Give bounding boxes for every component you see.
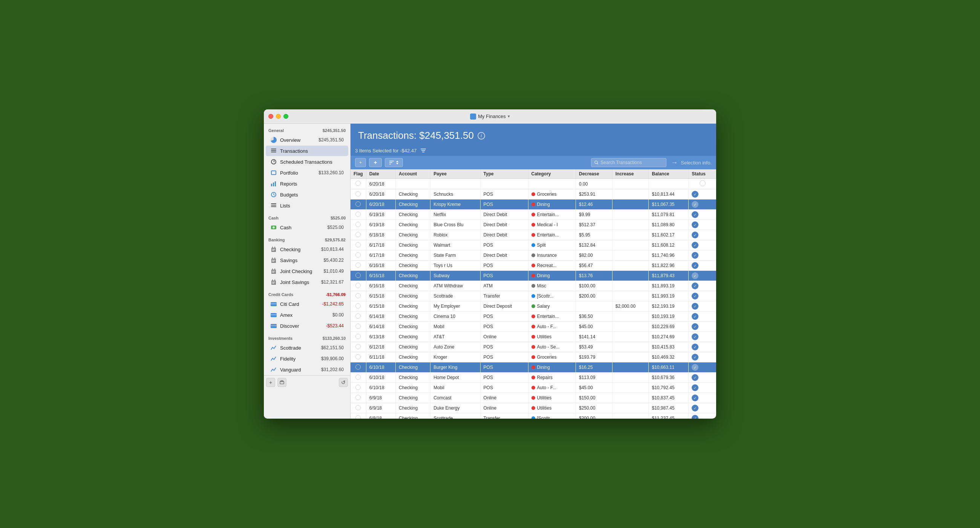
flag-button[interactable] — [355, 293, 361, 298]
flag-button[interactable] — [355, 212, 361, 217]
close-button[interactable] — [268, 114, 273, 119]
status-cell[interactable]: ✓ — [689, 210, 716, 220]
status-cell[interactable]: ✓ — [689, 291, 716, 301]
table-row[interactable]: 6/19/18CheckingNetflixDirect DebitEntert… — [350, 210, 716, 220]
sidebar-item-reports[interactable]: Reports — [266, 179, 348, 189]
status-check-icon[interactable]: ✓ — [692, 405, 698, 412]
sidebar-item-discover[interactable]: Discover -$523.44 — [266, 321, 348, 331]
table-row[interactable]: 6/8/18CheckingScottradeTransfer[Scottr..… — [350, 413, 716, 419]
status-check-icon[interactable]: ✓ — [692, 364, 698, 371]
col-status[interactable]: Status — [689, 169, 716, 179]
table-row[interactable]: 6/16/18CheckingSubwayPOSDining$13.76$11,… — [350, 271, 716, 281]
status-cell[interactable]: ✓ — [689, 383, 716, 393]
status-check-icon[interactable]: ✓ — [692, 323, 698, 330]
flag-button[interactable] — [355, 232, 361, 237]
col-increase[interactable]: Increase — [612, 169, 649, 179]
status-cell[interactable]: ✓ — [689, 413, 716, 419]
status-cell[interactable]: ✓ — [689, 220, 716, 230]
flag-button[interactable] — [355, 273, 361, 278]
status-check-icon[interactable]: ✓ — [692, 201, 698, 208]
table-row[interactable]: 6/9/18CheckingComcastOnlineUtilities$150… — [350, 393, 716, 403]
table-row[interactable]: 6/10/18CheckingHome DepotPOSRepairs$113.… — [350, 373, 716, 383]
status-check-icon[interactable]: ✓ — [692, 384, 698, 391]
status-cell[interactable]: ✓ — [689, 362, 716, 373]
sidebar-item-scheduled[interactable]: Scheduled Transactions — [266, 156, 348, 167]
sidebar-item-amex[interactable]: Amex $0.00 — [266, 309, 348, 320]
table-row[interactable]: 6/14/18CheckingMobilPOSAuto - F...$45.00… — [350, 322, 716, 332]
flag-button[interactable] — [355, 375, 361, 380]
status-check-icon[interactable]: ✓ — [692, 211, 698, 218]
status-cell[interactable]: ✓ — [689, 271, 716, 281]
table-row[interactable]: 6/14/18CheckingCinema 10POSEntertain...$… — [350, 311, 716, 322]
col-date[interactable]: Date — [366, 169, 395, 179]
status-check-icon[interactable]: ✓ — [692, 344, 698, 350]
col-category[interactable]: Category — [528, 169, 576, 179]
table-row[interactable]: 6/17/18CheckingWalmartPOSSplit$132.84$11… — [350, 240, 716, 250]
flag-button[interactable] — [355, 201, 361, 207]
table-row[interactable]: 6/10/18CheckingBurger KingPOSDining$16.2… — [350, 362, 716, 373]
sidebar-item-overview[interactable]: Overview $245,351.50 — [266, 135, 348, 145]
table-row[interactable]: 6/20/18CheckingKrispy KremePOSDining$12.… — [350, 199, 716, 210]
minimize-button[interactable] — [276, 114, 281, 119]
status-check-icon[interactable]: ✓ — [692, 252, 698, 259]
flag-button[interactable] — [355, 181, 361, 186]
sidebar-item-budgets[interactable]: Budgets — [266, 189, 348, 200]
status-cell[interactable]: ✓ — [689, 199, 716, 210]
status-cell[interactable]: ✓ — [689, 373, 716, 383]
table-row[interactable]: 6/16/18CheckingToys r UsPOSRecreat...$56… — [350, 261, 716, 271]
search-input[interactable] — [600, 160, 663, 165]
status-cell[interactable]: ✓ — [689, 352, 716, 362]
status-cell[interactable]: ✓ — [689, 230, 716, 240]
table-row[interactable]: 6/13/18CheckingAT&TOnlineUtilities$141.1… — [350, 332, 716, 342]
info-icon[interactable]: i — [477, 132, 485, 140]
table-row[interactable]: 6/9/18CheckingDuke EnergyOnlineUtilities… — [350, 403, 716, 413]
table-row[interactable]: 6/19/18CheckingBlue Cross BluDirect Debi… — [350, 220, 716, 230]
status-check-icon[interactable]: ✓ — [692, 222, 698, 228]
flag-button[interactable] — [355, 283, 361, 288]
flag-button[interactable] — [355, 324, 361, 329]
sidebar-item-scottrade[interactable]: Scottrade $62,151.50 — [266, 343, 348, 353]
status-cell[interactable]: ✓ — [689, 240, 716, 250]
status-check-icon[interactable]: ✓ — [692, 303, 698, 309]
col-decrease[interactable]: Decrease — [576, 169, 612, 179]
status-cell[interactable]: ✓ — [689, 332, 716, 342]
status-check-icon[interactable]: ✓ — [692, 394, 698, 401]
flag-button[interactable] — [355, 313, 361, 319]
flag-button[interactable] — [355, 364, 361, 370]
search-box[interactable] — [591, 158, 667, 167]
col-payee[interactable]: Payee — [430, 169, 480, 179]
flag-button[interactable] — [355, 191, 361, 196]
status-check-icon[interactable]: ✓ — [692, 191, 698, 198]
sidebar-item-savings[interactable]: Savings $5,430.22 — [266, 255, 348, 265]
table-row[interactable]: 6/10/18CheckingMobilPOSAuto - F...$45.00… — [350, 383, 716, 393]
add-transaction-button[interactable]: + — [355, 158, 366, 167]
status-check-icon[interactable]: ✓ — [692, 415, 698, 419]
col-type[interactable]: Type — [480, 169, 528, 179]
status-check-icon[interactable]: ✓ — [692, 374, 698, 381]
status-check-icon[interactable]: ✓ — [692, 313, 698, 320]
flag-button[interactable] — [355, 334, 361, 339]
sidebar-item-citi[interactable]: Citi Card -$1,242.65 — [266, 299, 348, 309]
status-cell[interactable]: ✓ — [689, 403, 716, 413]
sidebar-item-checking[interactable]: Checking $10,813.44 — [266, 244, 348, 255]
flag-button[interactable] — [355, 385, 361, 390]
status-cell[interactable]: ✓ — [689, 189, 716, 199]
table-row[interactable]: 6/11/18CheckingKrogerPOSGroceries$193.79… — [350, 352, 716, 362]
sidebar-item-transactions[interactable]: Transactions — [266, 145, 348, 156]
status-check-icon[interactable]: ✓ — [692, 282, 698, 289]
table-row[interactable]: 6/17/18CheckingState FarmDirect DebitIns… — [350, 250, 716, 261]
table-row[interactable]: 6/15/18CheckingMy EmployerDirect Deposit… — [350, 301, 716, 311]
status-cell[interactable]: ✓ — [689, 311, 716, 322]
sidebar-item-vanguard[interactable]: Vanguard $31,202.60 — [266, 364, 348, 375]
col-account[interactable]: Account — [396, 169, 430, 179]
status-check-icon[interactable]: ✓ — [692, 262, 698, 269]
flag-button[interactable] — [355, 303, 361, 308]
split-transaction-button[interactable] — [369, 158, 382, 167]
status-cell[interactable]: ✓ — [689, 261, 716, 271]
status-empty-icon[interactable] — [700, 180, 706, 186]
status-cell[interactable]: ✓ — [689, 393, 716, 403]
status-check-icon[interactable]: ✓ — [692, 293, 698, 300]
table-row[interactable]: 6/16/18CheckingATM WithdrawATMMisc$100.0… — [350, 281, 716, 291]
status-check-icon[interactable]: ✓ — [692, 272, 698, 279]
sidebar-item-joint-checking[interactable]: Joint Checking $1,010.49 — [266, 266, 348, 276]
